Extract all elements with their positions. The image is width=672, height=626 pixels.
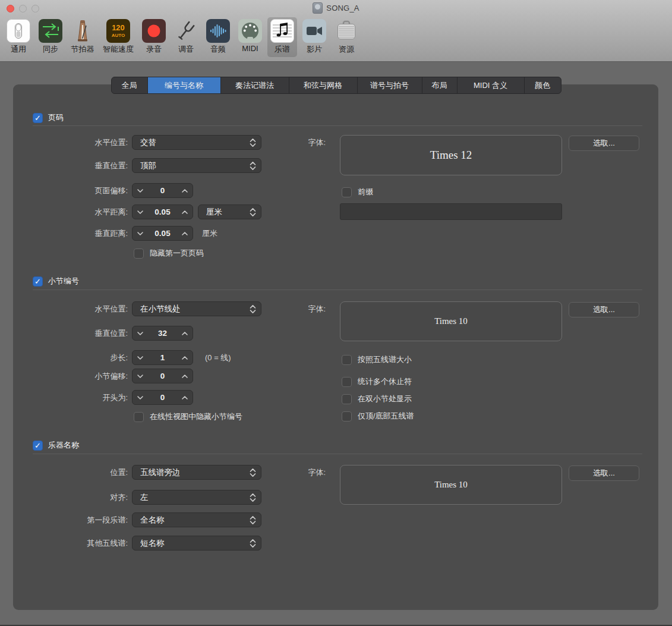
toolbar-item-movie[interactable]: 影片 [299,17,329,57]
other-staves-dropdown[interactable]: 短名称 [132,536,261,550]
prefix-text-field[interactable] [340,203,562,220]
h-distance-unit-dropdown[interactable]: 厘米 [198,205,261,219]
font-label: 字体: [278,465,326,480]
count-multi-rests-checkbox[interactable] [342,377,352,387]
chevron-up-icon[interactable] [177,210,193,214]
section-divider [33,454,642,454]
chevron-down-icon[interactable] [132,232,148,235]
toolbar-item-midi[interactable]: MIDI [235,17,265,55]
font-label: 字体: [278,301,326,316]
section-divider [33,290,642,290]
instrument-font-choose-button[interactable]: 选取... [569,465,639,481]
align-dropdown[interactable]: 左 [132,490,261,505]
toolbar-item-record[interactable]: 录音 [139,17,169,57]
chevron-up-icon[interactable] [177,332,193,335]
page-h-position-dropdown[interactable]: 交替 [132,135,261,150]
section-title: 页码 [48,112,64,123]
toolbar-item-audio[interactable]: 音频 [203,17,233,57]
start-with-label: 开头为: [18,390,128,405]
smart-tempo-icon: 120AUTO [106,19,130,43]
section-header-page-number: 页码 [33,112,64,123]
tab-layout[interactable]: 布局 [422,77,458,93]
top-bottom-staff-checkbox[interactable] [342,411,352,421]
bar-offset-label: 小节偏移: [18,369,128,383]
settings-toolbar: 通用 同步 节拍器 120AUTO 智能速度 录音 [0,16,672,57]
page-v-position-dropdown[interactable]: 顶部 [132,158,261,173]
settings-panel: 页码 水平位置: 交替 垂直位置: 顶部 页面偏移: 0 水平距离: 0.05 … [13,84,658,610]
toolbar-item-metronome[interactable]: 节拍器 [68,17,97,57]
v-position-label: 垂直位置: [18,158,128,173]
tab-chords-grids[interactable]: 和弦与网格 [289,77,358,93]
bar-offset-stepper[interactable]: 0 [132,369,193,383]
count-multi-rests-row: 统计多个休止符 [342,376,412,387]
audio-waveform-icon [206,19,230,43]
hide-first-page-number-checkbox[interactable] [134,248,144,259]
step-stepper[interactable]: 1 [132,350,193,365]
step-label: 步长: [18,350,128,365]
step-hint-label: (0 = 线) [205,350,231,365]
instrument-names-enable-checkbox[interactable] [33,441,43,451]
v-distance-stepper[interactable]: 0.05 [132,226,193,241]
document-proxy-icon [313,2,323,14]
chevron-up-icon[interactable] [177,396,193,399]
first-staff-label: 第一段乐谱: [18,512,128,527]
chevron-up-icon[interactable] [177,232,193,235]
tab-midi-meaning[interactable]: MIDI 含义 [458,77,525,93]
chevron-down-icon[interactable] [132,189,148,193]
staff-size-option-row: 按照五线谱大小 [342,354,412,365]
inst-position-dropdown[interactable]: 五线谱旁边 [132,465,261,480]
hide-linear-view-checkbox[interactable] [134,412,144,422]
page-number-enable-checkbox[interactable] [33,113,43,123]
chevron-down-icon[interactable] [132,210,148,214]
chevron-down-icon[interactable] [132,356,148,360]
toolbar-item-general[interactable]: 通用 [4,17,33,57]
window-title: SONG_A [326,4,359,12]
tab-global[interactable]: 全局 [112,77,148,93]
other-staves-label: 其他五线谱: [18,536,128,550]
toolbar-item-score[interactable]: 乐谱 [267,17,297,57]
chevron-up-icon[interactable] [177,356,193,360]
tab-clefs-signatures[interactable]: 谱号与拍号 [358,77,422,93]
briefcase-icon [335,19,358,43]
general-switch-icon [7,19,30,43]
align-label: 对齐: [18,490,128,505]
score-settings-tabbar: 全局 编号与名称 奏法记谱法 和弦与网格 谱号与拍号 布局 MIDI 含义 颜色 [111,77,561,94]
tab-numbers-names[interactable]: 编号与名称 [148,77,221,93]
chevron-down-icon[interactable] [132,375,148,378]
tab-articulation[interactable]: 奏法记谱法 [221,77,289,93]
chevron-down-icon[interactable] [132,396,148,399]
updown-chevron-icon [250,304,256,314]
prefix-checkbox[interactable] [342,187,352,197]
start-with-stepper[interactable]: 0 [132,390,193,405]
page-number-font-choose-button[interactable]: 选取... [569,136,639,151]
font-preview-text: Times 10 [434,480,468,490]
toolbar-item-smart-tempo[interactable]: 120AUTO 智能速度 [100,17,137,57]
toolbar-item-sync[interactable]: 同步 [36,17,65,57]
h-distance-stepper[interactable]: 0.05 [132,205,193,219]
svg-text:120: 120 [112,23,125,32]
section-title: 小节编号 [48,276,79,287]
toolbar-item-tuning[interactable]: 调音 [171,17,201,57]
chevron-up-icon[interactable] [177,375,193,378]
section-header-instrument-names: 乐器名称 [33,440,79,451]
chevron-down-icon[interactable] [132,332,148,335]
first-staff-dropdown[interactable]: 全名称 [132,512,261,527]
font-preview-text: Times 12 [430,149,472,162]
section-divider [33,125,642,126]
svg-text:AUTO: AUTO [112,33,125,38]
section-title: 乐器名称 [48,440,79,451]
toolbar-item-assets[interactable]: 资源 [332,17,361,57]
updown-chevron-icon [250,468,256,477]
midi-connector-icon [238,19,262,43]
section-header-bar-number: 小节编号 [33,276,79,287]
show-double-bars-checkbox[interactable] [342,394,352,404]
staff-size-checkbox[interactable] [342,355,352,365]
bar-number-enable-checkbox[interactable] [33,276,43,287]
tab-colors[interactable]: 颜色 [525,77,561,93]
page-offset-stepper[interactable]: 0 [132,183,193,198]
bar-v-position-stepper[interactable]: 32 [132,326,193,341]
bar-number-font-choose-button[interactable]: 选取... [569,302,639,317]
bar-h-position-dropdown[interactable]: 在小节线处 [132,301,261,316]
chevron-up-icon[interactable] [177,189,193,193]
font-preview-text: Times 10 [434,316,468,326]
